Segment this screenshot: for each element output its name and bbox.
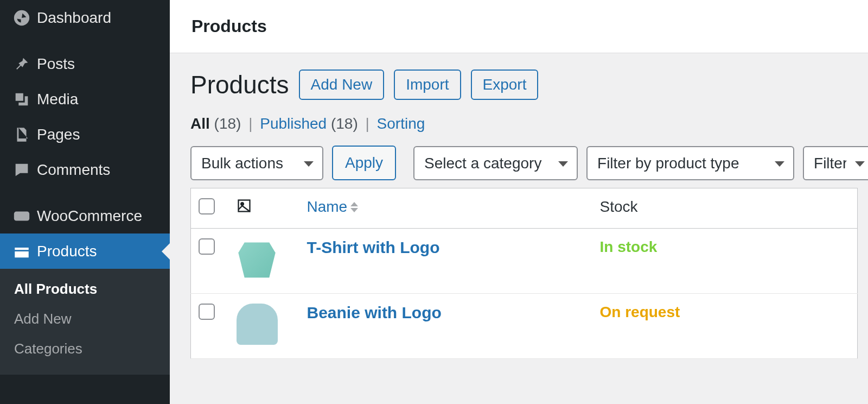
topbar-title: Products — [192, 16, 846, 36]
category-select[interactable]: Select a category — [413, 146, 578, 180]
topbar: Products — [170, 0, 868, 53]
products-submenu: All Products Add New Categories — [0, 269, 170, 375]
content-area: Products Products Add New Import Export … — [170, 0, 868, 404]
sidebar-item-label: Dashboard — [37, 9, 111, 27]
svg-rect-0 — [14, 211, 29, 220]
sidebar-item-posts[interactable]: Posts — [0, 46, 170, 81]
product-type-select[interactable]: Filter by product type — [586, 146, 794, 180]
filter-all[interactable]: All — [190, 115, 210, 132]
table-row: T-Shirt with Logo In stock — [191, 229, 858, 294]
all-count: (18) — [214, 115, 241, 132]
row-checkbox[interactable] — [199, 304, 215, 320]
product-thumbnail[interactable] — [237, 304, 278, 345]
stock-status: On request — [600, 304, 680, 320]
sort-icon — [350, 202, 358, 212]
col-checkbox — [191, 188, 229, 229]
product-name-link[interactable]: Beanie with Logo — [307, 304, 442, 321]
product-name-link[interactable]: T-Shirt with Logo — [307, 238, 440, 256]
products-icon — [11, 242, 33, 261]
status-filter-links: All (18) | Published (18) | Sorting — [190, 115, 868, 132]
woocommerce-icon — [11, 207, 33, 225]
sidebar-item-pages[interactable]: Pages — [0, 117, 170, 152]
table-row: Beanie with Logo On request — [191, 294, 858, 359]
admin-sidebar: Dashboard Posts Media Pages Comments Woo… — [0, 0, 170, 404]
page-header: Products Add New Import Export — [190, 70, 868, 100]
row-checkbox[interactable] — [199, 238, 215, 255]
sidebar-item-label: WooCommerce — [37, 207, 142, 225]
published-count: (18) — [331, 115, 358, 132]
stock-status: In stock — [600, 238, 658, 255]
submenu-all-products[interactable]: All Products — [0, 274, 170, 304]
pin-icon — [11, 55, 33, 73]
products-table: Name Stock T-Shirt with Logo In stock — [190, 188, 858, 359]
svg-point-2 — [241, 203, 244, 205]
sidebar-item-label: Media — [37, 91, 78, 108]
import-button[interactable]: Import — [394, 70, 461, 100]
sidebar-item-label: Comments — [37, 161, 110, 179]
main: Products Add New Import Export All (18) … — [170, 53, 868, 359]
sidebar-item-label: Products — [37, 243, 97, 260]
filter-sorting[interactable]: Sorting — [377, 115, 425, 132]
col-thumbnail — [229, 188, 299, 229]
submenu-categories[interactable]: Categories — [0, 334, 170, 364]
dashboard-icon — [11, 9, 33, 27]
image-icon — [237, 198, 252, 217]
sidebar-item-products[interactable]: Products — [0, 233, 170, 269]
separator: | — [248, 115, 252, 132]
sidebar-item-woocommerce[interactable]: WooCommerce — [0, 198, 170, 233]
submenu-add-new[interactable]: Add New — [0, 304, 170, 334]
sidebar-item-dashboard[interactable]: Dashboard — [0, 0, 170, 35]
sidebar-item-comments[interactable]: Comments — [0, 152, 170, 187]
separator: | — [366, 115, 369, 132]
page-title: Products — [190, 70, 289, 99]
apply-button[interactable]: Apply — [332, 146, 396, 180]
product-thumbnail[interactable] — [237, 238, 278, 280]
col-name[interactable]: Name — [299, 188, 592, 229]
export-button[interactable]: Export — [471, 70, 539, 100]
col-stock[interactable]: Stock — [592, 188, 858, 229]
media-icon — [11, 90, 33, 109]
bulk-actions-select[interactable]: Bulk actions — [190, 146, 323, 180]
col-name-label: Name — [307, 198, 348, 216]
sidebar-item-label: Posts — [37, 55, 75, 73]
comments-icon — [11, 161, 33, 179]
filter-published[interactable]: Published — [260, 115, 327, 132]
pages-icon — [11, 125, 33, 144]
select-all-checkbox[interactable] — [199, 198, 215, 214]
add-new-button[interactable]: Add New — [299, 70, 385, 100]
sidebar-item-label: Pages — [37, 126, 80, 143]
stock-select[interactable]: Filter b — [803, 146, 868, 180]
sidebar-item-media[interactable]: Media — [0, 81, 170, 117]
filter-bar: Bulk actions Apply Select a category Fil… — [190, 146, 868, 180]
